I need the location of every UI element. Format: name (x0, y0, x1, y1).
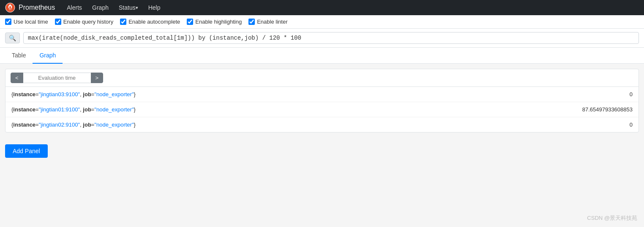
checkbox-linter[interactable]: Enable linter (248, 19, 287, 25)
checkbox-use-local-time[interactable]: Use local time (5, 19, 48, 25)
chk-highlighting-label: Enable highlighting (195, 19, 242, 25)
prometheus-logo (5, 3, 15, 13)
search-icon: 🔍 (9, 35, 16, 41)
chk-linter-label: Enable linter (257, 19, 287, 25)
add-panel-area: Add Panel (0, 138, 644, 165)
chk-autocomplete[interactable] (120, 19, 126, 25)
chk-query-history[interactable] (55, 19, 61, 25)
eval-bar: < > (5, 69, 639, 87)
nav-alerts[interactable]: Alerts (62, 0, 87, 15)
table-row: {instance="jingtian03:9100", job="node_e… (5, 87, 639, 102)
metric-value-0: 0 (396, 87, 639, 102)
eval-time-input[interactable] (23, 73, 91, 83)
search-button[interactable]: 🔍 (5, 32, 20, 43)
chk-local-time-label: Use local time (14, 19, 48, 25)
table-row: {instance="jingtian01:9100", job="node_e… (5, 102, 639, 117)
results-panel: < > {instance="jingtian03:9100", job="no… (5, 69, 639, 132)
metric-value-1: 87.65497933608853 (396, 102, 639, 117)
checkbox-autocomplete[interactable]: Enable autocomplete (120, 19, 180, 25)
checkbox-highlighting[interactable]: Enable highlighting (187, 19, 242, 25)
metric-value-2: 0 (396, 117, 639, 132)
eval-prev-button[interactable]: < (11, 73, 23, 83)
toolbar: Use local time Enable query history Enab… (0, 15, 644, 29)
search-bar: 🔍 (0, 29, 644, 48)
nav-graph[interactable]: Graph (87, 0, 114, 15)
chk-autocomplete-label: Enable autocomplete (128, 19, 180, 25)
brand: Prometheus (5, 3, 55, 13)
chk-query-history-label: Enable query history (63, 19, 114, 25)
nav-help[interactable]: Help (143, 0, 166, 15)
chk-use-local-time[interactable] (5, 19, 11, 25)
navbar: Prometheus Alerts Graph Status Help (0, 0, 644, 15)
chk-highlighting[interactable] (187, 19, 193, 25)
results-table: {instance="jingtian03:9100", job="node_e… (5, 87, 639, 132)
checkbox-query-history[interactable]: Enable query history (55, 19, 114, 25)
query-input[interactable] (23, 32, 639, 44)
add-panel-button[interactable]: Add Panel (5, 144, 48, 158)
eval-next-button[interactable]: > (91, 73, 104, 83)
chk-linter[interactable] (248, 19, 255, 25)
tab-table[interactable]: Table (5, 48, 33, 64)
nav-status[interactable]: Status (114, 0, 143, 15)
metric-label-2: {instance="jingtian02:9100", job="node_e… (5, 117, 396, 132)
tab-graph[interactable]: Graph (33, 48, 63, 64)
brand-name: Prometheus (19, 4, 55, 11)
metric-label-0: {instance="jingtian03:9100", job="node_e… (5, 87, 396, 102)
tabs: Table Graph (0, 48, 644, 64)
metric-label-1: {instance="jingtian01:9100", job="node_e… (5, 102, 396, 117)
table-row: {instance="jingtian02:9100", job="node_e… (5, 117, 639, 132)
